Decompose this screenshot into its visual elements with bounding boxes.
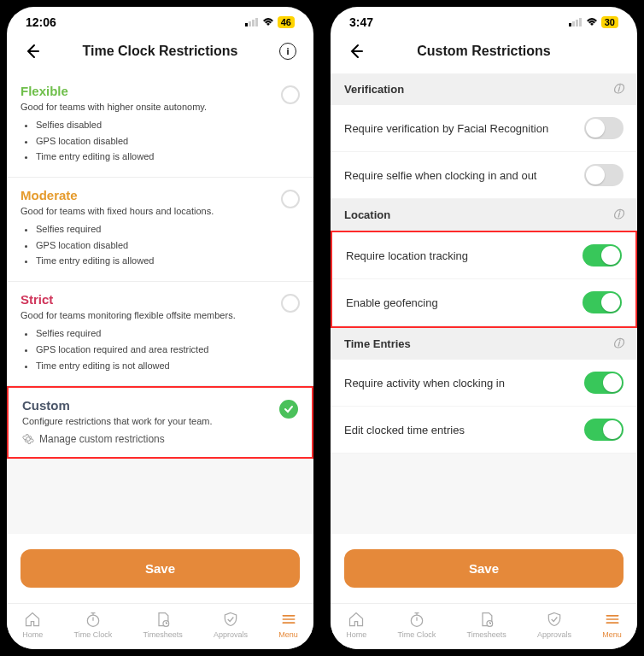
bullet: Selfies required	[36, 325, 300, 342]
option-title: Moderate	[20, 188, 300, 202]
option-title: Strict	[20, 292, 300, 307]
toggle-knob	[603, 420, 622, 439]
toggle-edit-entries[interactable]	[584, 419, 624, 441]
toggle-facial-recognition[interactable]	[584, 117, 624, 139]
toggle-geofencing[interactable]	[583, 291, 622, 313]
setting-label: Require selfie when clocking in and out	[344, 169, 536, 182]
gear-icon	[22, 433, 34, 445]
svg-rect-3	[255, 18, 258, 26]
tab-approvals[interactable]: Approvals	[214, 611, 248, 639]
tab-timesheets[interactable]: Timesheets	[143, 611, 182, 639]
phone-time-clock-restrictions: 12:06 46 Time Clock Restrictions i Flexi…	[7, 7, 313, 649]
option-bullets: Selfies required GPS location disabled T…	[20, 221, 300, 269]
option-strict[interactable]: Strict Good for teams monitoring flexibl…	[7, 282, 313, 386]
toggle-knob	[601, 293, 620, 312]
option-title: Custom	[22, 398, 298, 413]
status-right: 46	[245, 16, 295, 28]
toggle-selfie[interactable]	[584, 164, 624, 186]
setting-label: Require activity when clocking in	[344, 377, 505, 390]
tab-home[interactable]: Home	[346, 611, 366, 639]
scroll-area[interactable]: Verification ⓘ Require verification by F…	[331, 73, 637, 534]
setting-label: Require location tracking	[346, 249, 468, 262]
bullet: Selfies required	[36, 221, 300, 237]
cellular-icon	[245, 18, 259, 26]
svg-rect-8	[576, 20, 578, 26]
radio-unchecked-icon	[281, 85, 300, 104]
document-clock-icon	[155, 611, 172, 628]
bullet: Selfies disabled	[36, 117, 300, 133]
battery-badge: 30	[601, 16, 618, 28]
svg-rect-2	[252, 20, 255, 26]
back-button[interactable]	[22, 41, 43, 62]
setting-label: Edit clocked time entries	[344, 424, 465, 436]
tab-timeclock[interactable]: Time Clock	[397, 611, 436, 639]
tab-home[interactable]: Home	[22, 611, 43, 639]
bullet: Time entry editing is not allowed	[36, 358, 300, 374]
scroll-area[interactable]: Flexible Good for teams with higher onsi…	[7, 73, 313, 534]
nav-spacer	[601, 41, 622, 62]
section-verification: Verification ⓘ	[331, 73, 637, 105]
section-time-entries: Time Entries ⓘ	[331, 328, 637, 360]
tab-timeclock[interactable]: Time Clock	[73, 611, 112, 639]
manage-custom-label: Manage custom restrictions	[39, 433, 165, 445]
option-bullets: Selfies required GPS location required a…	[20, 325, 300, 373]
toggle-knob	[601, 246, 620, 265]
row-geofencing: Enable geofencing	[332, 279, 635, 326]
row-location-tracking: Require location tracking	[332, 232, 635, 279]
row-activity: Require activity when clocking in	[331, 360, 637, 407]
info-icon[interactable]: ⓘ	[613, 337, 624, 351]
setting-label: Enable geofencing	[346, 296, 438, 309]
tab-timesheets[interactable]: Timesheets	[466, 611, 506, 639]
battery-badge: 46	[278, 16, 295, 28]
tab-label: Home	[22, 630, 43, 639]
wifi-icon	[586, 18, 598, 26]
save-button[interactable]: Save	[20, 549, 300, 588]
section-title: Verification	[344, 83, 404, 96]
save-button[interactable]: Save	[344, 549, 624, 588]
option-custom[interactable]: Custom Configure restrictions that work …	[7, 386, 313, 459]
option-bullets: Selfies disabled GPS location disabled T…	[20, 117, 300, 165]
section-title: Location	[344, 208, 390, 221]
manage-custom-link[interactable]: Manage custom restrictions	[22, 433, 298, 445]
toggle-knob	[603, 373, 622, 392]
option-flexible[interactable]: Flexible Good for teams with higher onsi…	[7, 73, 313, 178]
toggle-location-tracking[interactable]	[583, 244, 622, 266]
info-icon: i	[279, 43, 296, 60]
row-facial-recognition: Require verification by Facial Recogniti…	[331, 105, 637, 152]
option-moderate[interactable]: Moderate Good for teams with fixed hours…	[7, 178, 313, 282]
arrow-left-icon	[348, 43, 365, 60]
back-button[interactable]	[346, 41, 366, 62]
radio-unchecked-icon	[281, 190, 300, 208]
home-icon	[348, 611, 365, 628]
tab-label: Timesheets	[466, 630, 506, 639]
cellular-icon	[569, 18, 583, 26]
page-title: Custom Restrictions	[366, 44, 601, 59]
tab-label: Menu	[278, 630, 298, 639]
tab-label: Approvals	[537, 630, 571, 639]
home-icon	[24, 611, 41, 628]
row-selfie: Require selfie when clocking in and out	[331, 152, 637, 199]
info-icon[interactable]: ⓘ	[613, 82, 624, 97]
stopwatch-icon	[408, 611, 425, 628]
shield-check-icon	[546, 611, 563, 628]
svg-rect-9	[579, 18, 582, 26]
status-time: 12:06	[26, 15, 56, 29]
status-right: 30	[569, 16, 618, 28]
tab-menu[interactable]: Menu	[278, 611, 298, 639]
check-icon	[284, 404, 294, 414]
info-button[interactable]: i	[278, 41, 298, 62]
tab-label: Timesheets	[143, 630, 182, 639]
tab-approvals[interactable]: Approvals	[537, 611, 571, 639]
toggle-activity[interactable]	[584, 372, 624, 394]
toggle-knob	[586, 119, 605, 138]
setting-label: Require verification by Facial Recogniti…	[344, 122, 548, 135]
tab-menu[interactable]: Menu	[602, 611, 622, 639]
info-icon[interactable]: ⓘ	[613, 208, 624, 222]
save-container: Save	[331, 534, 637, 603]
option-desc: Configure restrictions that work for you…	[22, 416, 298, 426]
tab-label: Menu	[602, 630, 622, 639]
document-clock-icon	[478, 611, 495, 628]
wifi-icon	[262, 18, 274, 26]
tab-label: Approvals	[214, 630, 248, 639]
status-bar: 12:06 46	[7, 7, 313, 34]
